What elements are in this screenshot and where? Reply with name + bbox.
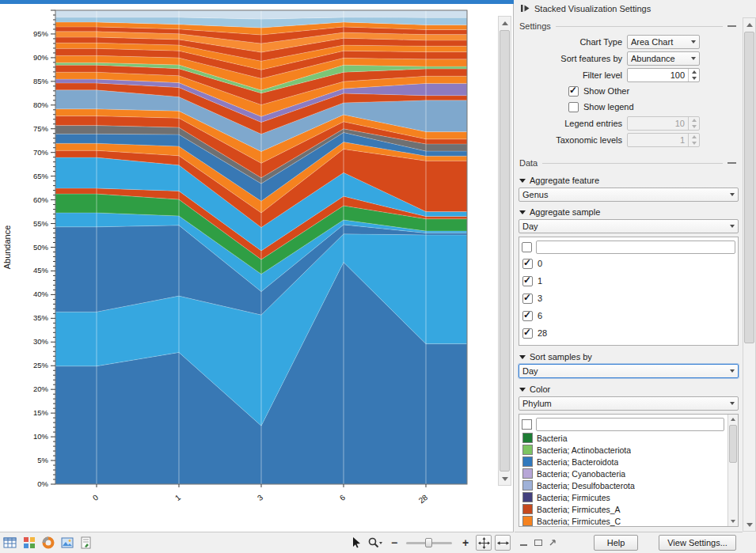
spin-up-icon[interactable]: [692, 70, 697, 74]
scroll-up-icon[interactable]: [499, 17, 511, 29]
taxon-label: Bacteria: [537, 434, 568, 443]
dock-float-icon[interactable]: [548, 538, 557, 547]
collapse-settings-icon[interactable]: [728, 25, 736, 27]
color-swatch[interactable]: [522, 445, 533, 455]
zoom-slider[interactable]: [406, 537, 452, 548]
zoom-menu-icon[interactable]: [367, 535, 384, 551]
spinner-buttons[interactable]: [688, 69, 699, 81]
color-section[interactable]: Color: [518, 384, 739, 395]
panel-scrollbar-thumb[interactable]: [744, 32, 754, 343]
color-swatch[interactable]: [522, 516, 533, 526]
color-grid-icon[interactable]: [21, 535, 38, 551]
report-edit-icon[interactable]: [78, 535, 95, 551]
sort-samples-value: Day: [522, 366, 727, 376]
taxon-label: Bacteria; Firmicutes_A: [537, 505, 621, 514]
sample-list-item[interactable]: 28: [522, 324, 735, 342]
sample-checkbox[interactable]: [522, 276, 533, 286]
taxon-label: Bacteria; Cyanobacteria: [537, 469, 625, 479]
color-list-item[interactable]: Bacteria; Bacteroidota: [522, 456, 735, 468]
color-list-item[interactable]: Bacteria; Actinobacteriota: [522, 444, 735, 456]
pan-tool-icon[interactable]: [476, 535, 492, 551]
color-swatch[interactable]: [522, 433, 533, 443]
svg-text:1: 1: [173, 493, 183, 502]
image-export-icon[interactable]: [59, 535, 76, 551]
chart-type-select[interactable]: Area Chart: [627, 35, 700, 49]
color-list-item[interactable]: Bacteria; Cyanobacteria: [522, 468, 735, 479]
scroll-down-icon[interactable]: [728, 517, 738, 526]
svg-text:3: 3: [256, 493, 265, 502]
color-list-item[interactable]: Bacteria: [522, 432, 735, 444]
color-list-scrollbar-thumb[interactable]: [729, 425, 737, 463]
sample-list-item[interactable]: 3: [522, 290, 735, 307]
color-swatch[interactable]: [522, 504, 533, 514]
color-swatch[interactable]: [522, 468, 533, 479]
svg-text:25%: 25%: [33, 361, 49, 369]
chart-type-row: Chart Type Area Chart: [518, 33, 739, 50]
color-swatch-empty[interactable]: [522, 419, 532, 430]
data-table-icon[interactable]: [2, 535, 19, 551]
scroll-up-icon[interactable]: [743, 18, 755, 31]
color-list-item[interactable]: Bacteria; Firmicutes_A: [522, 503, 735, 515]
aggregate-sample-section[interactable]: Aggregate sample: [518, 206, 739, 218]
zoom-slider-handle[interactable]: [425, 538, 432, 547]
settings-group-header: Settings: [518, 19, 739, 33]
chart-scrollbar-thumb[interactable]: [500, 30, 510, 472]
view-settings-button[interactable]: View Settings...: [659, 535, 736, 551]
sample-search-input[interactable]: [536, 241, 735, 254]
svg-text:0%: 0%: [37, 479, 48, 488]
arrow-down-icon: [747, 523, 753, 527]
scroll-up-icon[interactable]: [728, 415, 738, 424]
sort-samples-select[interactable]: Day: [519, 364, 739, 378]
scroll-down-icon[interactable]: [743, 518, 755, 531]
stacked-area-chart[interactable]: 0%5%10%15%20%25%30%35%40%45%50%55%60%65%…: [0, 4, 497, 528]
show-other-label: Show Other: [583, 86, 629, 96]
zoom-in-icon[interactable]: [457, 535, 474, 551]
bottom-toolbar: [0, 532, 514, 553]
cursor-icon[interactable]: [348, 535, 365, 551]
aggregate-sample-select[interactable]: Day: [519, 219, 739, 233]
help-button[interactable]: Help: [594, 535, 638, 551]
filter-level-row: Filter level 100: [518, 66, 739, 83]
svg-text:80%: 80%: [33, 100, 49, 109]
scroll-down-icon[interactable]: [499, 472, 511, 485]
color-list-item[interactable]: Bacteria; Desulfobacterota: [522, 479, 735, 491]
color-list-scrollbar[interactable]: [728, 415, 738, 526]
filter-level-value: 100: [628, 70, 688, 80]
show-other-checkbox[interactable]: [568, 86, 579, 97]
sample-checkbox[interactable]: [522, 294, 533, 304]
sample-checkbox[interactable]: [522, 259, 533, 269]
dock-minimize-icon[interactable]: [519, 538, 529, 547]
sample-checkbox[interactable]: [522, 311, 533, 321]
sample-list-item[interactable]: 1: [522, 272, 735, 290]
svg-text:35%: 35%: [33, 313, 49, 322]
triangle-down-icon: [519, 355, 526, 359]
show-legend-checkbox[interactable]: [568, 102, 579, 112]
fit-view-icon[interactable]: [495, 535, 511, 551]
dock-restore-icon[interactable]: [534, 538, 543, 547]
zoom-out-icon[interactable]: [386, 535, 403, 551]
sort-samples-section[interactable]: Sort samples by: [518, 351, 739, 362]
aggregate-feature-section[interactable]: Aggregate feature: [518, 175, 739, 186]
sort-features-select[interactable]: Abundance: [627, 51, 700, 66]
color-select[interactable]: Phylum: [519, 396, 739, 411]
arrow-up-icon: [731, 418, 735, 421]
color-search-input[interactable]: [536, 418, 724, 431]
sample-checkbox[interactable]: [522, 328, 533, 339]
color-swatch[interactable]: [522, 456, 533, 467]
aggregate-feature-select[interactable]: Genus: [519, 187, 739, 202]
donut-chart-icon[interactable]: [40, 535, 57, 551]
chart-vertical-scrollbar[interactable]: [498, 16, 511, 486]
collapse-data-icon[interactable]: [728, 162, 736, 164]
select-all-samples-checkbox[interactable]: [522, 242, 532, 252]
svg-text:50%: 50%: [33, 243, 49, 252]
sample-list-item[interactable]: 6: [522, 307, 735, 324]
collapse-panel-icon[interactable]: [521, 4, 530, 14]
filter-level-spinner[interactable]: 100: [627, 68, 700, 82]
color-list-item[interactable]: Bacteria; Firmicutes: [522, 491, 735, 503]
spin-down-icon[interactable]: [692, 77, 697, 80]
sample-list-item[interactable]: 0: [522, 255, 735, 272]
color-list-item[interactable]: Bacteria; Firmicutes_C: [522, 515, 735, 527]
panel-vertical-scrollbar[interactable]: [743, 17, 756, 532]
color-swatch[interactable]: [522, 492, 533, 502]
color-swatch[interactable]: [522, 480, 533, 491]
